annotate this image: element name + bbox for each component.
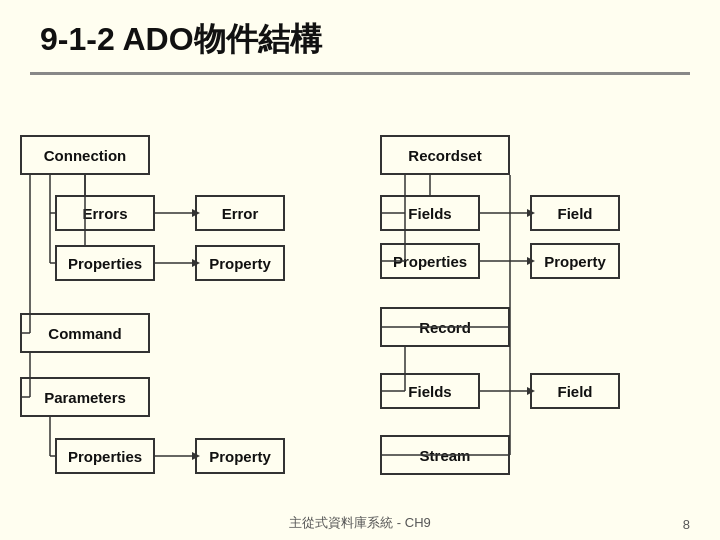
field-rs-box: Field [530, 195, 620, 231]
field-rec-box: Field [530, 373, 620, 409]
diagram-area: Connection Errors Error Properties Prope… [0, 85, 720, 505]
record-box: Record [380, 307, 510, 347]
properties-conn-box: Properties [55, 245, 155, 281]
divider [30, 72, 690, 75]
recordset-box: Recordset [380, 135, 510, 175]
fields-rec-box: Fields [380, 373, 480, 409]
parameters-box: Parameters [20, 377, 150, 417]
property-rs-box: Property [530, 243, 620, 279]
error-box: Error [195, 195, 285, 231]
connection-box: Connection [20, 135, 150, 175]
property-conn-box: Property [195, 245, 285, 281]
properties-param-box: Properties [55, 438, 155, 474]
page-title: 9-1-2 ADO物件結構 [0, 0, 720, 72]
property-param-box: Property [195, 438, 285, 474]
errors-box: Errors [55, 195, 155, 231]
page-number: 8 [683, 517, 690, 532]
fields-rs-box: Fields [380, 195, 480, 231]
footer-label: 主從式資料庫系統 - CH9 [0, 514, 720, 532]
command-box: Command [20, 313, 150, 353]
properties-rs-box: Properties [380, 243, 480, 279]
stream-box: Stream [380, 435, 510, 475]
